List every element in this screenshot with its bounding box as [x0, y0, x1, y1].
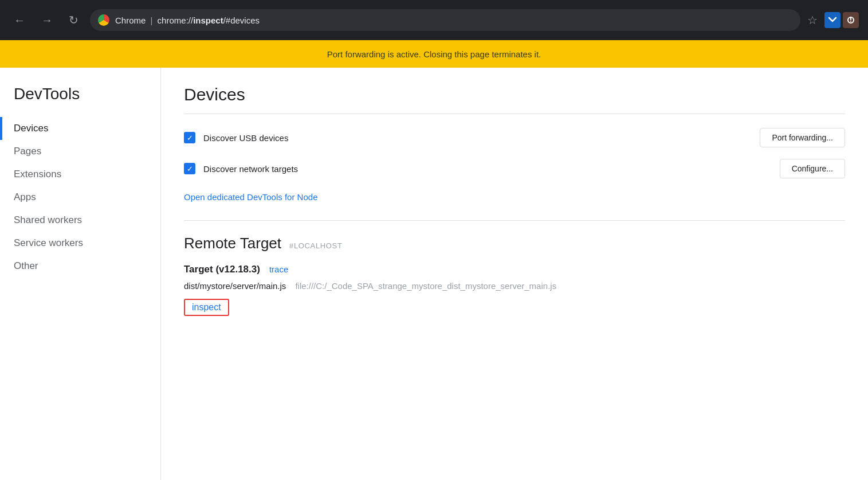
discover-usb-row: ✓ Discover USB devices Port forwarding..… — [184, 128, 845, 147]
discover-network-checkbox-area: ✓ Discover network targets — [184, 163, 780, 174]
bookmark-button[interactable]: ☆ — [807, 13, 818, 27]
port-forwarding-banner: Port forwarding is active. Closing this … — [0, 40, 868, 68]
back-button[interactable]: ← — [9, 11, 30, 29]
sidebar-item-service-workers[interactable]: Service workers — [14, 232, 160, 255]
target-name-row: Target (v12.18.3) trace — [184, 264, 845, 275]
sidebar-item-other[interactable]: Other — [14, 255, 160, 278]
discover-network-label: Discover network targets — [203, 164, 298, 174]
sidebar: DevTools Devices Pages Extensions Apps S… — [0, 68, 160, 480]
svg-point-2 — [850, 21, 851, 22]
address-text: Chrome | chrome://inspect/#devices — [115, 15, 260, 25]
discover-usb-checkbox[interactable]: ✓ — [184, 132, 195, 143]
banner-text: Port forwarding is active. Closing this … — [327, 49, 541, 59]
section-divider-2 — [184, 220, 845, 221]
port-forwarding-button[interactable]: Port forwarding... — [760, 128, 845, 147]
discover-network-row: ✓ Discover network targets Configure... — [184, 159, 845, 178]
forward-button[interactable]: → — [37, 11, 57, 29]
content-area: Devices ✓ Discover USB devices Port forw… — [160, 68, 868, 480]
inspect-button-wrapper: inspect — [184, 299, 229, 316]
configure-button[interactable]: Configure... — [780, 159, 845, 178]
address-prefix: Chrome — [115, 15, 146, 25]
node-devtools-link[interactable]: Open dedicated DevTools for Node — [184, 192, 317, 202]
reload-button[interactable]: ↻ — [64, 11, 83, 29]
sidebar-item-pages[interactable]: Pages — [14, 140, 160, 163]
extension-icon-2[interactable] — [843, 12, 859, 28]
address-bar[interactable]: Chrome | chrome://inspect/#devices — [90, 9, 800, 31]
extension-icons — [824, 12, 859, 28]
remote-target-title: Remote Target — [184, 235, 281, 252]
browser-chrome: ← → ↻ Chrome | chrome://inspect/#devices… — [0, 0, 868, 40]
sidebar-item-extensions[interactable]: Extensions — [14, 163, 160, 186]
sidebar-title: DevTools — [14, 85, 160, 103]
checkmark-icon-2: ✓ — [187, 165, 193, 173]
page-title: Devices — [184, 85, 845, 104]
sidebar-item-apps[interactable]: Apps — [14, 186, 160, 209]
main-layout: DevTools Devices Pages Extensions Apps S… — [0, 68, 868, 480]
discover-usb-checkbox-area: ✓ Discover USB devices — [184, 132, 760, 143]
target-file: file:///C:/_Code_SPA_strange_mystore_dis… — [295, 281, 556, 291]
target-path-row: dist/mystore/server/main.js file:///C:/_… — [184, 281, 845, 291]
target-path: dist/mystore/server/main.js — [184, 281, 286, 291]
address-bold: inspect — [193, 15, 223, 25]
remote-target-subtitle: #LOCALHOST — [289, 241, 342, 250]
chrome-icon — [98, 14, 109, 26]
sidebar-item-shared-workers[interactable]: Shared workers — [14, 209, 160, 232]
extension-icon-1[interactable] — [824, 12, 840, 28]
inspect-link[interactable]: inspect — [184, 299, 229, 316]
target-name: Target (v12.18.3) — [184, 264, 260, 275]
discover-network-checkbox[interactable]: ✓ — [184, 163, 195, 174]
remote-target-section: Remote Target #LOCALHOST Target (v12.18.… — [184, 235, 845, 316]
discover-usb-label: Discover USB devices — [203, 133, 288, 143]
section-divider — [184, 114, 845, 114]
remote-title-row: Remote Target #LOCALHOST — [184, 235, 845, 252]
sidebar-item-devices[interactable]: Devices — [14, 117, 160, 140]
checkmark-icon: ✓ — [187, 134, 193, 142]
trace-link[interactable]: trace — [269, 264, 288, 274]
